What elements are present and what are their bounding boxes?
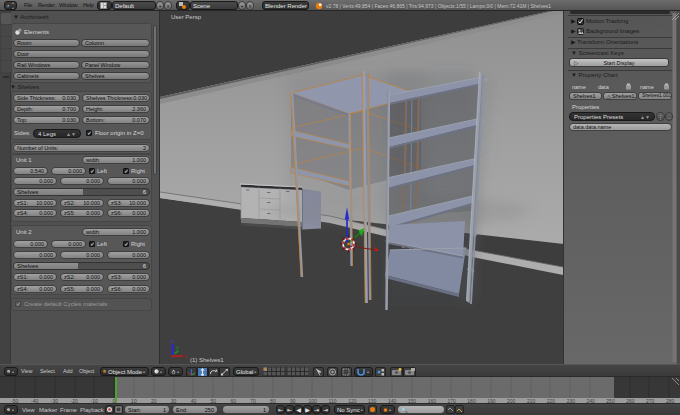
svg-text:y: y	[176, 344, 179, 350]
svg-text:(1) Shelves1: (1) Shelves1	[190, 357, 224, 363]
svg-text:z: z	[171, 338, 174, 344]
svg-text:User Persp: User Persp	[171, 14, 202, 20]
svg-text:x: x	[184, 353, 187, 359]
